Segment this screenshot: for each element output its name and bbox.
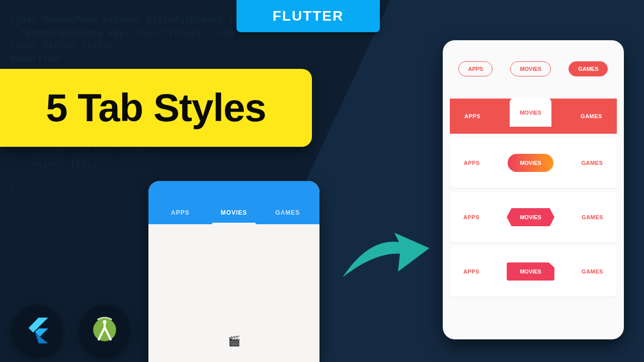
tab-movies[interactable]: MOVIES bbox=[508, 154, 553, 172]
tab-apps[interactable]: APPS bbox=[463, 268, 479, 275]
tab-label: APPS bbox=[468, 66, 483, 72]
tab-movies[interactable]: MOVIES bbox=[507, 208, 554, 226]
tab-games[interactable]: GAMES bbox=[581, 113, 602, 119]
tab-label: MOVIES bbox=[520, 110, 541, 116]
flutter-logo-icon bbox=[12, 305, 62, 355]
style-row-outlined-pills: APPS MOVIES GAMES bbox=[450, 50, 617, 87]
tab-label: GAMES bbox=[581, 113, 602, 119]
flutter-badge: FLUTTER bbox=[236, 0, 380, 32]
tab-label: MOVIES bbox=[221, 209, 248, 216]
tab-label: MOVIES bbox=[520, 160, 541, 166]
tab-label: GAMES bbox=[582, 268, 603, 275]
tab-games[interactable]: GAMES bbox=[581, 160, 603, 166]
tab-movies[interactable]: MOVIES bbox=[207, 209, 261, 224]
tab-apps[interactable]: APPS bbox=[153, 209, 207, 224]
style-row-raised-segment: APPS MOVIES GAMES bbox=[450, 99, 617, 134]
tab-label: APPS bbox=[464, 113, 480, 119]
tool-icons bbox=[12, 305, 130, 355]
tab-games[interactable]: GAMES bbox=[582, 214, 603, 220]
tab-movies[interactable]: MOVIES bbox=[510, 98, 551, 127]
svg-point-4 bbox=[103, 320, 106, 324]
phone-mock-styles: APPS MOVIES GAMES APPS MOVIES GAMES APPS… bbox=[443, 40, 624, 339]
tab-label: APPS bbox=[171, 209, 190, 216]
clapper-icon: 🎬 bbox=[228, 335, 240, 347]
phone-mock-default: APPS MOVIES GAMES 🎬 bbox=[148, 181, 319, 362]
tab-label: GAMES bbox=[582, 214, 603, 220]
tab-label: MOVIES bbox=[520, 214, 541, 220]
tab-label: APPS bbox=[463, 214, 479, 220]
phone-body: 🎬 bbox=[148, 224, 319, 362]
title-text: 5 Tab Styles bbox=[46, 85, 266, 131]
tab-apps[interactable]: APPS bbox=[464, 160, 480, 166]
tab-label: GAMES bbox=[275, 209, 300, 216]
tab-movies[interactable]: MOVIES bbox=[510, 61, 551, 76]
tab-label: APPS bbox=[464, 160, 480, 166]
style-row-rect-chip: APPS MOVIES GAMES bbox=[450, 246, 617, 297]
title-card: 5 Tab Styles bbox=[0, 69, 312, 147]
tab-movies[interactable]: MOVIES bbox=[507, 262, 554, 281]
default-tabbar: APPS MOVIES GAMES bbox=[148, 181, 319, 224]
tab-label: MOVIES bbox=[520, 268, 541, 275]
tab-apps[interactable]: APPS bbox=[464, 113, 480, 119]
tab-label: MOVIES bbox=[520, 66, 541, 72]
tab-games[interactable]: GAMES bbox=[582, 268, 603, 275]
tab-label: APPS bbox=[463, 268, 479, 275]
android-studio-logo-icon bbox=[79, 305, 130, 355]
tab-label: GAMES bbox=[578, 66, 598, 72]
tab-games[interactable]: GAMES bbox=[261, 209, 314, 224]
tab-games[interactable]: GAMES bbox=[569, 61, 608, 76]
style-row-gradient-pill: APPS MOVIES GAMES bbox=[450, 138, 617, 188]
flutter-badge-label: FLUTTER bbox=[273, 8, 344, 24]
tab-apps[interactable]: APPS bbox=[463, 214, 479, 220]
arrow-icon bbox=[337, 216, 433, 287]
tab-apps[interactable]: APPS bbox=[458, 61, 493, 76]
tab-label: GAMES bbox=[581, 160, 603, 166]
style-row-hexagon-chip: APPS MOVIES GAMES bbox=[450, 192, 617, 242]
